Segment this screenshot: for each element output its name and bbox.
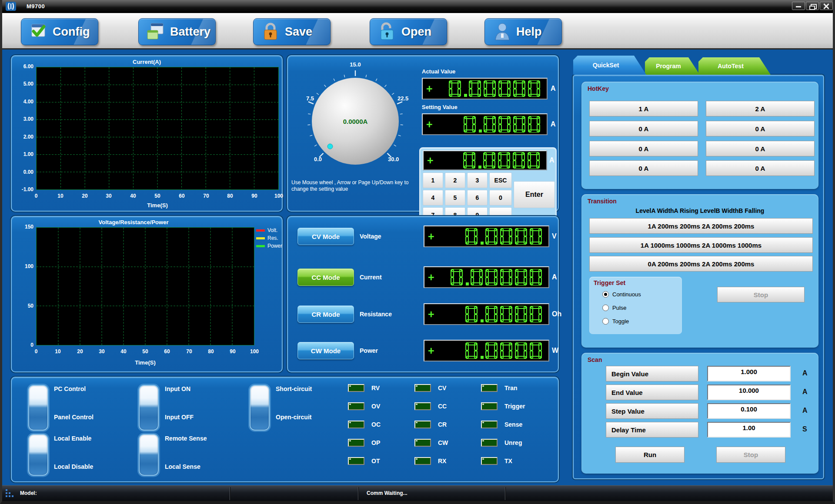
chart1-xtick: 90: [247, 193, 262, 199]
help-button[interactable]: Help: [484, 18, 562, 45]
hotkey-0a-button[interactable]: 0 A: [706, 141, 815, 156]
gauge-label-7-5: 7.5: [292, 95, 314, 102]
model-status-label: Model:: [20, 490, 37, 496]
step-value-input[interactable]: 0.100: [707, 403, 791, 419]
cv-mode-button[interactable]: CV Mode: [297, 228, 354, 245]
key-6[interactable]: 6: [467, 190, 488, 206]
current-chart-panel: Current(A) 6.00 5.00 4.00 3.00 2.00 1.00…: [11, 55, 283, 212]
tab-quickset[interactable]: QuickSet: [573, 56, 646, 75]
keypad-panel: + A 1 2 3 ESC 4 5 6 0 7 8 9 . Enter: [419, 147, 557, 225]
transition-preset-2[interactable]: 1A 1000ms 1000ms 2A 1000ms 1000ms: [589, 237, 813, 253]
key-1[interactable]: 1: [423, 172, 443, 188]
key-3[interactable]: 3: [467, 172, 488, 188]
end-value-input[interactable]: 10.000: [707, 385, 791, 400]
open-button[interactable]: Open: [370, 18, 447, 45]
enter-key[interactable]: Enter: [514, 181, 555, 208]
cv-led: [414, 384, 431, 392]
close-button[interactable]: [820, 2, 833, 10]
gauge-label-0: 0.0: [300, 156, 322, 162]
chart2-ytick: 150: [13, 224, 33, 230]
key-5[interactable]: 5: [445, 190, 465, 206]
restore-button[interactable]: [806, 2, 819, 10]
statusbar-divider: [230, 487, 230, 500]
setting-panel: 15.0 7.5 22.5 0.0 30.0 0.0000A Use Mouse…: [287, 55, 559, 212]
hotkey-0a-button[interactable]: 0 A: [706, 121, 815, 136]
current-unit: A: [552, 273, 557, 281]
cw-mode-button[interactable]: CW Mode: [297, 342, 354, 359]
radio-selected-icon: [602, 291, 609, 298]
cc-mode-button[interactable]: CC Mode: [297, 269, 354, 286]
key-esc[interactable]: ESC: [489, 172, 512, 188]
ov-led: [348, 402, 364, 410]
hotkey-0a-button[interactable]: 0 A: [706, 160, 815, 176]
lock-closed-icon: [261, 22, 281, 42]
toggle-radio[interactable]: Toggle: [602, 318, 629, 325]
chart2-title: Voltage/Resistance/Power: [12, 219, 255, 225]
voltage-display: +: [424, 225, 549, 247]
transition-stop-button[interactable]: Stop: [717, 287, 805, 302]
seven-segment-readout: [463, 152, 544, 169]
step-value-unit: A: [802, 407, 808, 414]
power-swatch: [256, 245, 265, 247]
chart2-ytick: 0: [13, 342, 33, 348]
local-enable-disable-switch[interactable]: [28, 434, 48, 476]
begin-value-input[interactable]: 1.000: [707, 366, 791, 381]
end-value-button[interactable]: End Value: [606, 385, 698, 400]
key-0[interactable]: 0: [489, 190, 512, 206]
voltage-label: Voltage: [360, 233, 381, 240]
chart1-ytick: 6.00: [13, 63, 33, 70]
local-enable-label: Local Enable: [54, 435, 91, 442]
short-open-circuit-switch[interactable]: [250, 385, 270, 431]
config-button[interactable]: Config: [21, 18, 98, 45]
delay-time-button[interactable]: Delay Time: [606, 422, 698, 438]
remote-local-sense-switch[interactable]: [139, 434, 159, 476]
key-2[interactable]: 2: [445, 172, 465, 188]
tx-led: [481, 457, 498, 465]
begin-value-unit: A: [802, 369, 808, 377]
input-on-off-switch[interactable]: [139, 385, 159, 431]
scan-stop-button[interactable]: Stop: [716, 447, 785, 463]
hotkey-section: HotKey 1 A 2 A 0 A 0 A 0 A 0 A 0 A 0 A: [581, 82, 818, 189]
transition-preset-1[interactable]: 1A 200ms 200ms 2A 200ms 200ms: [589, 218, 813, 234]
hotkey-0a-button[interactable]: 0 A: [589, 160, 698, 176]
power-display: +: [424, 340, 549, 361]
hotkey-0a-button[interactable]: 0 A: [589, 141, 698, 156]
chart2-xlabel: Time(S): [36, 359, 254, 366]
scan-section: Scan Begin Value 1.000 A End Value 10.00…: [581, 353, 818, 474]
tab-autotest[interactable]: AutoTest: [698, 57, 771, 75]
delay-time-input[interactable]: 1.00: [707, 422, 791, 438]
seven-segment-readout: [448, 80, 544, 97]
actual-value-label: Actual Value: [422, 68, 455, 75]
battery-windows-icon: [146, 22, 166, 42]
pc-panel-control-switch[interactable]: [28, 385, 48, 431]
resistance-unit: Oh: [552, 310, 561, 318]
scan-run-button[interactable]: Run: [615, 447, 685, 463]
save-button[interactable]: Save: [253, 18, 331, 45]
toolbar: Config Battery Save: [0, 13, 835, 50]
step-value-button[interactable]: Step Value: [606, 403, 698, 419]
hotkey-2a-button[interactable]: 2 A: [706, 101, 815, 116]
chart1-xtick: 70: [199, 193, 214, 199]
setting-unit: A: [551, 120, 556, 128]
battery-button[interactable]: Battery: [138, 18, 216, 45]
begin-value-button[interactable]: Begin Value: [606, 366, 698, 381]
trigger-set-title: Trigger Set: [594, 279, 625, 286]
cr-mode-button[interactable]: CR Mode: [297, 305, 354, 323]
gauge-label-15: 15.0: [342, 61, 368, 68]
minimize-button[interactable]: [792, 2, 805, 10]
unreg-led: [481, 439, 498, 447]
trigger-set-box: Trigger Set Continuous Pulse Toggle: [589, 277, 682, 334]
pulse-radio[interactable]: Pulse: [602, 305, 627, 311]
key-4[interactable]: 4: [423, 190, 443, 206]
power-label: Power: [360, 347, 378, 354]
control-panel: PC Control Panel Control Input ON Input …: [11, 377, 559, 482]
continuous-radio[interactable]: Continuous: [602, 291, 641, 298]
hotkey-1a-button[interactable]: 1 A: [589, 101, 698, 116]
transition-preset-3[interactable]: 0A 200ms 200ms 2A 200ms 200ms: [589, 256, 813, 272]
keypad-unit: A: [549, 156, 554, 164]
hotkey-0a-button[interactable]: 0 A: [589, 121, 698, 136]
local-sense-label: Local Sense: [165, 463, 200, 470]
chart1-xtick: 50: [150, 193, 165, 199]
input-on-label: Input ON: [165, 385, 190, 392]
tab-program[interactable]: Program: [645, 57, 700, 75]
